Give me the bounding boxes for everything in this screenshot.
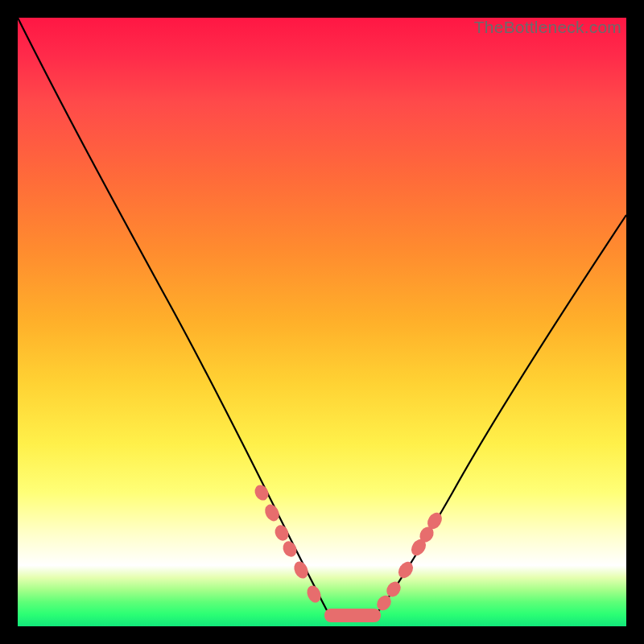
svg-point-2 (272, 522, 291, 543)
marker-bottom-pill (324, 609, 381, 622)
chart-overlay (18, 18, 626, 626)
marker-left-cluster (252, 482, 324, 605)
svg-point-0 (252, 482, 271, 502)
chart-frame: TheBottleneck.com (0, 0, 644, 644)
svg-point-3 (280, 539, 299, 559)
curve-left-branch (18, 18, 328, 613)
plot-area: TheBottleneck.com (18, 18, 626, 626)
svg-point-1 (262, 502, 283, 524)
svg-point-4 (291, 559, 311, 581)
svg-point-8 (395, 559, 416, 580)
marker-right-cluster (374, 510, 445, 613)
svg-point-5 (304, 584, 324, 605)
